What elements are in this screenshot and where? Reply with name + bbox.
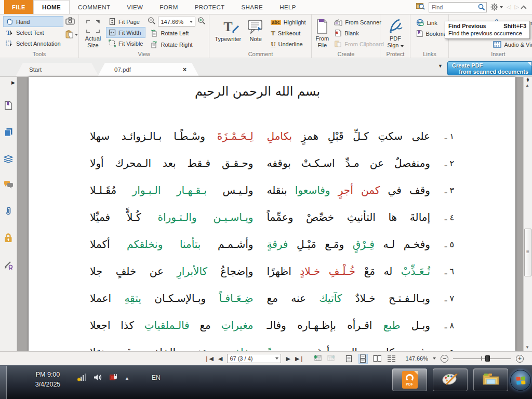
pdf-page[interactable]: بسم الله الرحمن الرحيم ١ ـعلى سكتِ كـلِّ… <box>29 77 515 351</box>
tab-file[interactable]: FILE <box>4 0 33 14</box>
zoom-percentage[interactable]: 147.66% <box>406 355 428 362</box>
scroll-up-icon[interactable]: ▲ <box>525 83 529 88</box>
select-text-label: Select Text <box>16 30 44 36</box>
facing-layout-icon[interactable] <box>373 354 382 364</box>
taskbar-clock[interactable]: PM 9:00 3/4/2025 <box>23 370 73 390</box>
audio-video-button[interactable]: Audio & Video <box>490 39 532 50</box>
expand-panel-icon[interactable]: ▶ <box>11 80 15 85</box>
zoom-slider[interactable] <box>453 355 511 362</box>
power-plug-icon[interactable] <box>109 373 118 383</box>
tab-document-07pdf[interactable]: 07.pdf × <box>98 63 199 76</box>
blank-label: Blank <box>344 30 359 36</box>
verse-text: كالأبرارِ <box>177 265 207 277</box>
continuous-facing-layout-icon[interactable] <box>387 354 396 364</box>
create-pdf-banner[interactable]: Create PDF from scanned documents <box>447 61 532 75</box>
hand-tool-label: Hand <box>16 19 30 25</box>
verse-text: بتأمنا <box>180 238 201 250</box>
blank-button[interactable]: Blank <box>331 28 387 38</box>
tab-view[interactable]: VIEW <box>118 0 151 14</box>
page-number-combobox[interactable]: 67 (3 / 4) <box>227 354 281 363</box>
select-text-button[interactable]: T Select Text <box>3 27 63 38</box>
zoom-out-icon[interactable] <box>148 17 156 26</box>
close-tab-icon[interactable]: × <box>183 66 187 73</box>
network-icon[interactable] <box>77 373 87 383</box>
find-options-gear-icon[interactable] <box>490 3 503 11</box>
language-indicator[interactable]: EN <box>152 374 161 381</box>
next-page-icon[interactable]: ▶ <box>286 355 290 362</box>
rotate-left-button[interactable]: Rotate Left <box>148 28 206 38</box>
verse-text: فرقةٍ <box>267 238 288 250</box>
hand-tool-button[interactable]: Hand <box>3 16 63 27</box>
attachments-panel-icon[interactable] <box>5 206 12 218</box>
from-scanner-button[interactable]: From Scanner <box>331 17 387 28</box>
find-previous-arrow-icon[interactable]: ◁ <box>507 4 511 10</box>
tab-start-page[interactable]: Start <box>16 63 99 76</box>
previous-view-icon[interactable] <box>313 354 322 364</box>
zoom-in-button[interactable]: + <box>516 355 524 363</box>
note-button[interactable]: Note <box>245 16 266 50</box>
vertical-scrollbar[interactable]: ▲▼ ▲ ▼ <box>523 77 532 351</box>
verse-text: لِـحَـمْـزَةَ <box>217 130 254 142</box>
previous-page-icon[interactable]: ◀ <box>218 355 222 362</box>
select-annotation-button[interactable]: Select Annotation <box>3 38 63 49</box>
taskbar-explorer-button[interactable] <box>473 368 508 391</box>
show-hidden-icons-icon[interactable]: ▲ <box>125 376 129 381</box>
find-next-arrow-icon[interactable]: ▷ <box>515 4 519 10</box>
split-view-handle[interactable]: ▲▼ <box>525 78 531 82</box>
actual-size-button[interactable]: Actual Size <box>82 16 104 50</box>
audio-video-label: Audio & Video <box>504 42 532 48</box>
taskbar-paint-button[interactable] <box>433 368 468 391</box>
single-page-layout-icon[interactable] <box>344 354 354 364</box>
zoom-slider-handle[interactable] <box>485 355 490 362</box>
verse-hemistich: وأشـمـم بتأمنا ونخلقكم أكملا <box>90 238 254 250</box>
foxit-reader-window: FILE HOME COMMENT VIEW FORM PROTECT SHAR… <box>0 0 532 399</box>
zoom-in-icon[interactable] <box>197 17 206 26</box>
snapshot-camera-icon[interactable] <box>65 17 78 27</box>
pages-panel-icon[interactable] <box>4 128 13 139</box>
tab-form[interactable]: FORM <box>151 0 186 14</box>
show-desktop-button[interactable] <box>0 366 7 399</box>
taskbar-foxit-button[interactable]: PDF <box>392 368 427 391</box>
main-area: ▶ بسم الله الرحمن الرحيم ١ ـعلى سكتِ كـل… <box>0 77 532 351</box>
security-panel-icon[interactable] <box>4 233 12 245</box>
continuous-layout-icon[interactable] <box>358 354 368 364</box>
digital-signature-panel-icon[interactable] <box>4 260 13 272</box>
navigation-sidebar: ▶ <box>0 77 17 351</box>
zoom-out-button[interactable]: − <box>441 355 448 363</box>
tab-comment[interactable]: COMMENT <box>70 0 118 14</box>
highlight-button[interactable]: abc Highlight <box>268 17 308 28</box>
scroll-down-icon[interactable]: ▼ <box>525 345 529 350</box>
find-in-folder-icon[interactable] <box>416 2 425 12</box>
underline-button[interactable]: U Underline <box>268 38 308 49</box>
zoom-combobox[interactable]: 147.66% <box>158 17 195 26</box>
search-icon[interactable] <box>478 4 485 13</box>
verse-text: خُـلْـفِ خـلادٍ <box>300 265 355 277</box>
fit-visible-button[interactable]: Fit Visible <box>106 38 145 49</box>
scrollbar-thumb[interactable] <box>524 229 531 276</box>
windows-start-button[interactable] <box>510 370 531 391</box>
bookmarks-panel-icon[interactable] <box>4 101 12 112</box>
typewriter-button[interactable]: T Typewriter <box>212 16 243 50</box>
collapse-ribbon-icon[interactable] <box>521 5 526 11</box>
tab-help[interactable]: HELP <box>271 0 304 14</box>
verse-row: ٣ ـوقف في كمن أجرٍ وفاسعوا بنقلهولـيـس ب… <box>90 177 454 204</box>
banner-dropdown-icon[interactable]: ▼ <box>438 63 443 69</box>
tab-protect[interactable]: PROTECT <box>187 0 233 14</box>
fit-page-button[interactable]: Fit Page <box>106 16 145 27</box>
tab-home[interactable]: HOME <box>33 0 70 14</box>
rotate-right-button[interactable]: Rotate Right <box>148 39 206 50</box>
first-page-icon[interactable]: ❘◀ <box>204 355 214 362</box>
from-file-button[interactable]: From File <box>315 16 329 50</box>
pdf-sign-button[interactable]: PDFSign <box>383 16 407 50</box>
volume-icon[interactable] <box>94 374 102 383</box>
comments-panel-icon[interactable] <box>4 180 14 191</box>
layers-panel-icon[interactable] <box>4 155 14 165</box>
find-bar: ◁ ▷ <box>416 0 532 14</box>
last-page-icon[interactable]: ▶❘ <box>295 355 304 362</box>
zoom-dropdown-icon[interactable] <box>433 357 436 360</box>
strikeout-button[interactable]: T Strikeout <box>268 28 308 38</box>
underline-icon: U <box>271 40 275 48</box>
fit-width-button[interactable]: Fit Width <box>106 27 145 38</box>
clipboard-paste-icon[interactable] <box>65 30 78 39</box>
tab-share[interactable]: SHARE <box>233 0 272 14</box>
